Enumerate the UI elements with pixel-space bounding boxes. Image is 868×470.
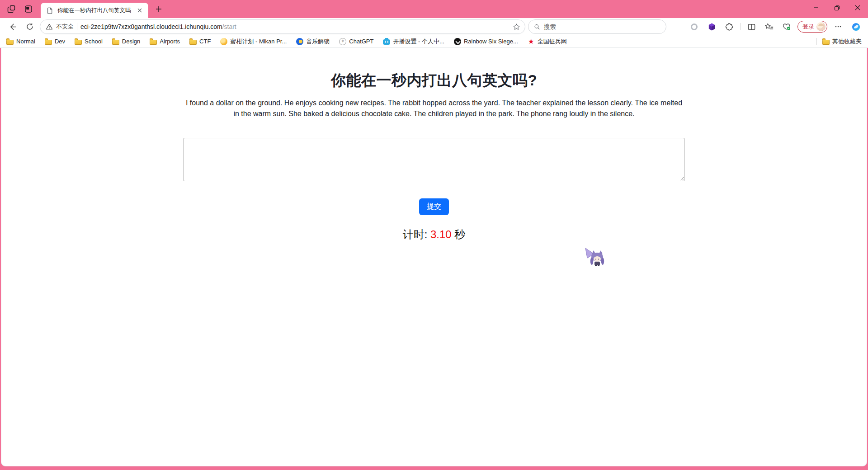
url-host: eci-2ze1p9tw7xzx0ganthsl.cloudeci1.ichun… — [80, 23, 222, 30]
tab-actions-icon — [24, 5, 33, 14]
copilot-button[interactable] — [849, 20, 863, 33]
page-title: 你能在一秒内打出八句英文吗? — [1, 70, 867, 91]
bookmark-label: CTF — [199, 38, 211, 45]
minimize-icon — [813, 5, 819, 10]
url-path: /start — [222, 23, 236, 30]
search-icon — [534, 24, 540, 30]
browser-essentials-button[interactable] — [780, 20, 793, 33]
page-favicon — [46, 7, 54, 14]
folder-icon — [150, 40, 157, 45]
bookmark-label: 开播设置 - 个人中... — [393, 38, 444, 46]
refresh-button[interactable] — [23, 19, 37, 34]
security-label[interactable]: 不安全 — [56, 23, 74, 31]
ellipsis-icon — [835, 23, 842, 30]
bookmark-item[interactable]: CTF — [189, 38, 211, 45]
bookmark-label: 蜜柑计划 - Mikan Pr... — [230, 38, 287, 46]
address-bar[interactable]: 不安全 eci-2ze1p9tw7xzx0ganthsl.cloudeci1.i… — [40, 19, 525, 34]
other-favorites-button[interactable]: 其他收藏夹 — [822, 38, 862, 46]
toolbar-right-icons: 登录 — [669, 20, 863, 33]
extensions-button[interactable] — [722, 20, 736, 33]
divider — [816, 38, 817, 45]
toolbar: 不安全 eci-2ze1p9tw7xzx0ganthsl.cloudeci1.i… — [0, 18, 868, 35]
extensions-puzzle-icon — [725, 23, 734, 31]
bookmark-item[interactable]: ChatGPT — [339, 38, 373, 45]
window-controls — [806, 0, 868, 15]
close-window-button[interactable] — [847, 0, 868, 15]
close-icon — [855, 5, 860, 10]
tab-actions-button[interactable] — [22, 2, 35, 16]
sign-in-label: 登录 — [802, 23, 814, 31]
divider — [740, 23, 741, 30]
restore-button[interactable] — [826, 0, 847, 15]
timer-unit: 秒 — [454, 228, 465, 240]
favorites-button[interactable] — [762, 20, 776, 33]
bookmark-label: ChatGPT — [349, 38, 373, 45]
folder-icon — [45, 40, 52, 45]
tracking-prevention-button[interactable] — [687, 20, 701, 33]
search-input[interactable] — [544, 24, 660, 30]
bookmark-item[interactable]: Design — [112, 38, 140, 45]
bookmark-label: Airports — [160, 38, 180, 45]
split-screen-button[interactable] — [745, 20, 758, 33]
ring-icon — [691, 24, 698, 30]
bookmark-item[interactable]: School — [75, 38, 103, 45]
title-bar: 你能在一秒内打出八句英文吗 — [0, 0, 868, 18]
mikan-icon — [220, 38, 227, 45]
plus-icon — [156, 6, 162, 12]
minimize-button[interactable] — [806, 0, 826, 15]
close-icon — [137, 8, 142, 13]
profile-avatar — [816, 22, 826, 31]
chatgpt-icon — [339, 38, 346, 45]
purple-gem-icon — [708, 23, 716, 31]
bookmark-label: School — [85, 38, 103, 45]
bookmark-item[interactable]: 全国征兵网 — [528, 38, 567, 46]
browser-tab[interactable]: 你能在一秒内打出八句英文吗 — [41, 3, 148, 18]
new-tab-button[interactable] — [152, 2, 165, 16]
bookmark-item[interactable]: Dev — [45, 38, 65, 45]
not-secure-warning-icon — [46, 23, 53, 30]
back-button[interactable] — [5, 19, 20, 34]
custom-cursor-sprite — [582, 247, 609, 271]
bookmark-label: 音乐解锁 — [306, 38, 330, 46]
bookmarks-bar: Normal Dev School Design Airports CTF 蜜柑… — [0, 35, 868, 48]
sign-in-button[interactable]: 登录 — [797, 21, 827, 33]
split-screen-icon — [747, 23, 756, 31]
tab-title: 你能在一秒内打出八句英文吗 — [57, 7, 132, 14]
r6-icon — [454, 38, 461, 45]
bookmark-label: 全国征兵网 — [538, 38, 567, 46]
favorites-star-list-icon — [764, 22, 774, 31]
search-box[interactable] — [528, 19, 666, 34]
refresh-icon — [26, 23, 34, 31]
settings-more-button[interactable] — [831, 20, 845, 33]
content-frame: 你能在一秒内打出八句英文吗? I found a dollar on the g… — [0, 48, 868, 470]
other-favorites-label: 其他收藏夹 — [832, 38, 862, 46]
bookmark-item[interactable]: Normal — [6, 38, 35, 45]
bookmark-label: Dev — [55, 38, 65, 45]
folder-icon — [75, 40, 82, 45]
folder-icon — [189, 40, 197, 45]
tab-close-button[interactable] — [136, 6, 144, 14]
extension-gem-button[interactable] — [705, 20, 718, 33]
submit-button[interactable]: 提交 — [419, 198, 449, 215]
typing-prompt-text: I found a dollar on the ground. He enjoy… — [183, 98, 685, 119]
workspaces-button[interactable] — [5, 2, 18, 16]
answer-textarea[interactable] — [184, 138, 684, 181]
folder-icon — [822, 40, 830, 45]
bookmark-item[interactable]: 音乐解锁 — [296, 38, 330, 46]
browser-window: 你能在一秒内打出八句英文吗 — [0, 0, 868, 470]
bookmarks-list: Normal Dev School Design Airports CTF 蜜柑… — [6, 38, 567, 46]
star-icon — [513, 23, 520, 31]
bookmark-item[interactable]: Airports — [150, 38, 180, 45]
bookmark-label: Rainbow Six Siege... — [464, 38, 518, 45]
bookmark-item[interactable]: Rainbow Six Siege... — [454, 38, 518, 45]
web-page: 你能在一秒内打出八句英文吗? I found a dollar on the g… — [1, 48, 867, 466]
favorite-this-page-button[interactable] — [513, 23, 520, 31]
bookmark-item[interactable]: 蜜柑计划 - Mikan Pr... — [220, 38, 287, 46]
copilot-icon — [851, 22, 861, 32]
folder-icon — [112, 40, 119, 45]
redstar-icon — [528, 38, 535, 45]
heart-pulse-icon — [782, 22, 791, 31]
bookmark-item[interactable]: 开播设置 - 个人中... — [383, 38, 444, 46]
url-text[interactable]: eci-2ze1p9tw7xzx0ganthsl.cloudeci1.ichun… — [80, 23, 509, 30]
folder-icon — [6, 40, 14, 45]
